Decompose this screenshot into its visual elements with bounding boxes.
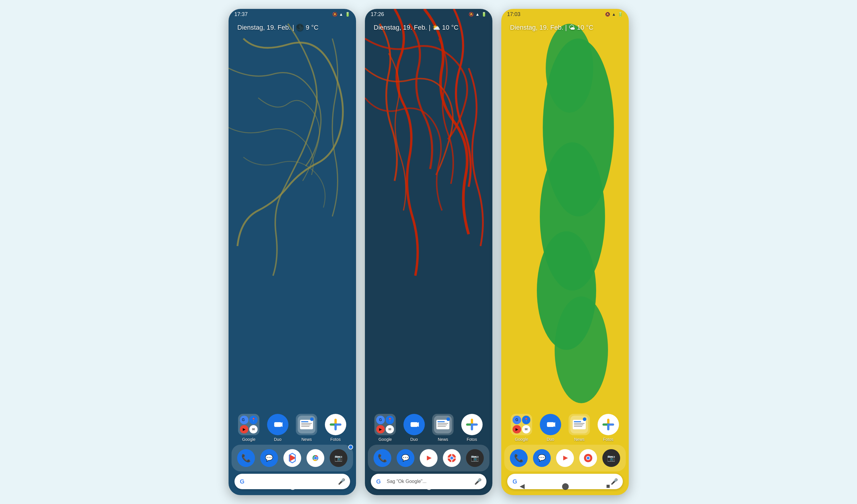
photos-icon-1[interactable]: Fotos — [325, 414, 346, 442]
status-time-2: 17:26 — [371, 11, 384, 17]
youtube-icon-2: ▶ — [376, 425, 385, 434]
chrome-dock-1[interactable] — [306, 449, 324, 467]
datetime-text-3: Dienstag, 19. Feb. | 🌤 10 °C — [510, 24, 593, 31]
google-folder-icon-3: G 📍 ▶ ✉ — [511, 414, 532, 435]
svg-rect-6 — [301, 421, 308, 422]
sms-dock-2[interactable]: 💬 — [397, 449, 415, 467]
chrome-dock-2[interactable] — [443, 449, 461, 467]
signal-icon-1: ▲ — [339, 12, 343, 17]
svg-point-50 — [587, 457, 590, 459]
news-label-3: News — [574, 437, 585, 442]
news-folder-icon-1 — [296, 414, 317, 435]
camera-dock-2[interactable]: 📷 — [466, 449, 484, 467]
duo-label-3: Duo — [547, 437, 554, 442]
battery-icon-3: 🔋 — [618, 12, 623, 17]
svg-point-10 — [310, 417, 314, 421]
news-folder-1[interactable]: News — [296, 414, 317, 442]
duo-label-1: Duo — [274, 437, 282, 442]
photos-icon-3[interactable]: Fotos — [598, 414, 619, 442]
sms-dock-3[interactable]: 💬 — [533, 449, 551, 467]
camera-dock-1[interactable]: 📷 — [330, 449, 348, 467]
datetime-text-1: Dienstag, 19. Feb. | 🌑 9 °C — [237, 24, 319, 31]
dock-bar-2: 📞 💬 📷 — [368, 445, 489, 471]
notification-icon-3: 🔕 — [605, 12, 610, 17]
youtube-icon: ▶ — [240, 425, 248, 434]
fotos-label-1: Fotos — [330, 437, 341, 442]
svg-rect-7 — [301, 423, 312, 424]
notification-icon-1: 🔕 — [332, 12, 337, 17]
dock-bar-3: 📞 💬 📷 — [504, 445, 626, 471]
play-dock-2[interactable] — [420, 449, 438, 467]
phone-dock-1[interactable]: 📞 — [237, 449, 255, 467]
play-dock-3[interactable] — [556, 449, 574, 467]
status-icons-2: 🔕 ▲ 🔋 — [469, 12, 486, 17]
news-folder-2[interactable]: News — [432, 414, 454, 442]
play-dock-1[interactable] — [283, 449, 301, 467]
phone-dock-3[interactable]: 📞 — [510, 449, 528, 467]
duo-icon-1[interactable]: Duo — [267, 414, 288, 442]
status-bar-2: 17:26 🔕 ▲ 🔋 — [365, 9, 492, 20]
status-bar-3: 17:03 🔕 ▲ 🔋 — [501, 9, 629, 20]
gmail-icon-2: ✉ — [386, 425, 394, 434]
chrome-dock-3[interactable] — [579, 449, 597, 467]
back-btn-2[interactable]: ◀ — [383, 482, 388, 490]
camera-dock-3[interactable]: 📷 — [602, 449, 620, 467]
photos-circle-1 — [325, 414, 346, 435]
phone-2: 17:26 🔕 ▲ 🔋 Dienstag, 19. Feb. | ⛅ 10 °C… — [365, 9, 492, 495]
back-btn-1[interactable]: ◀ — [247, 482, 252, 490]
recent-btn-1[interactable]: ■ — [334, 482, 337, 490]
nav-bar-3: ◀ ⬤ ■ — [501, 477, 629, 495]
news-label-2: News — [438, 437, 448, 442]
home-btn-3[interactable]: ⬤ — [562, 482, 569, 490]
svg-rect-42 — [574, 424, 583, 425]
battery-icon-2: 🔋 — [482, 12, 486, 17]
google-folder-icon-1: G 📍 ▶ ✉ — [238, 414, 259, 435]
status-time-1: 17:37 — [234, 11, 248, 17]
datetime-widget-1: Dienstag, 19. Feb. | 🌑 9 °C — [237, 24, 319, 31]
battery-icon-1: 🔋 — [345, 12, 350, 17]
google-folder-3[interactable]: G 📍 ▶ ✉ Google — [511, 414, 532, 442]
google-label-1: Google — [242, 437, 255, 442]
nav-bar-2: ◀ ⬤ ■ — [365, 477, 492, 495]
photos-icon-2[interactable]: Fotos — [461, 414, 483, 442]
google-label-2: Google — [379, 437, 392, 442]
svg-rect-9 — [301, 426, 309, 426]
sms-dock-1[interactable]: 💬 — [260, 449, 278, 467]
app-grid-1: G 📍 ▶ ✉ Google Duo — [229, 414, 356, 442]
svg-rect-43 — [574, 426, 582, 426]
home-btn-2[interactable]: ⬤ — [425, 482, 433, 490]
svg-point-27 — [447, 417, 450, 421]
news-folder-3[interactable]: News — [569, 414, 590, 442]
notification-icon-2: 🔕 — [469, 12, 474, 17]
google-icon: G — [240, 416, 248, 424]
gmail-icon-3: ✉ — [522, 425, 531, 434]
status-time-3: 17:03 — [507, 11, 521, 17]
google-folder-1[interactable]: G 📍 ▶ ✉ Google — [238, 414, 259, 442]
recent-btn-3[interactable]: ■ — [606, 482, 610, 490]
svg-rect-8 — [301, 424, 311, 425]
app-grid-3: G 📍 ▶ ✉ Google Duo — [501, 414, 629, 442]
home-btn-1[interactable]: ⬤ — [289, 482, 297, 490]
datetime-widget-2: Dienstag, 19. Feb. | ⛅ 10 °C — [374, 24, 458, 31]
svg-rect-40 — [574, 421, 581, 422]
datetime-widget-3: Dienstag, 19. Feb. | 🌤 10 °C — [510, 24, 593, 31]
svg-point-33 — [450, 457, 453, 459]
svg-rect-24 — [438, 423, 448, 424]
nav-bar-1: ◀ ⬤ ■ — [229, 477, 356, 495]
duo-label-2: Duo — [410, 437, 418, 442]
phone-dock-2[interactable]: 📞 — [373, 449, 391, 467]
maps-icon: 📍 — [249, 416, 258, 424]
duo-icon-2[interactable]: Duo — [403, 414, 425, 442]
google-folder-2[interactable]: G 📍 ▶ ✉ Google — [374, 414, 396, 442]
duo-circle-2 — [403, 414, 425, 435]
google-folder-icon-2: G 📍 ▶ ✉ — [374, 414, 396, 435]
fotos-label-2: Fotos — [467, 437, 477, 442]
back-btn-3[interactable]: ◀ — [520, 482, 525, 490]
dock-bar-1: 📞 💬 📷 — [232, 445, 353, 471]
duo-circle-1 — [267, 414, 288, 435]
svg-rect-25 — [438, 424, 447, 425]
duo-icon-3[interactable]: Duo — [540, 414, 561, 442]
phone-3: 17:03 🔕 ▲ 🔋 Dienstag, 19. Feb. | 🌤 10 °C… — [501, 9, 629, 495]
recent-btn-2[interactable]: ■ — [470, 482, 474, 490]
datetime-text-2: Dienstag, 19. Feb. | ⛅ 10 °C — [374, 24, 458, 31]
